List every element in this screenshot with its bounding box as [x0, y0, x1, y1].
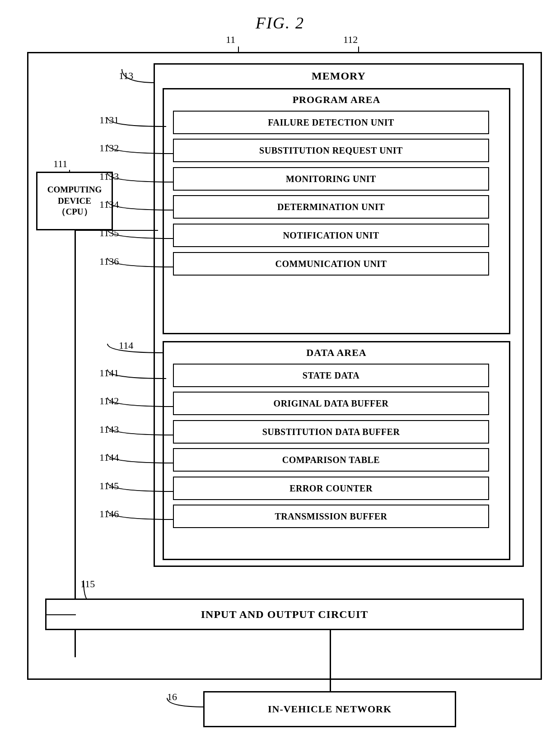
error-counter: ERROR COUNTER	[173, 477, 489, 500]
substitution-request-unit: SUBSTITUTION REQUEST UNIT	[173, 139, 489, 162]
page: { "title": "FIG. 2", "labels": { "11": "…	[0, 0, 560, 753]
line-1144-svg	[103, 452, 177, 465]
notification-unit: NOTIFICATION UNIT	[173, 224, 489, 247]
label-112: 112	[343, 34, 358, 46]
line-113-svg	[117, 67, 158, 85]
label-11: 11	[226, 34, 235, 46]
line-cpu-io-bottom	[45, 614, 76, 615]
failure-detection-unit: FAILURE DETECTION UNIT	[173, 111, 489, 134]
line-1145-svg	[103, 480, 177, 494]
substitution-data-buffer: SUBSTITUTION DATA BUFFER	[173, 420, 489, 444]
line-1134-svg	[103, 199, 177, 212]
line-io-to-network	[330, 630, 331, 691]
computing-device-label: COMPUTINGDEVICE（CPU）	[47, 184, 102, 218]
line-1141-svg	[103, 367, 168, 381]
monitoring-unit: MONITORING UNIT	[173, 167, 489, 191]
data-area-label: DATA AREA	[164, 342, 509, 359]
line-1143-svg	[103, 424, 177, 437]
line-1133-svg	[103, 171, 177, 184]
label-111: 111	[53, 158, 67, 170]
memory-label: MEMORY	[155, 65, 523, 82]
comparison-table: COMPARISON TABLE	[173, 448, 489, 472]
line-1146-svg	[103, 508, 177, 522]
line-114-svg	[103, 341, 168, 355]
figure-title: FIG. 2	[0, 0, 560, 33]
line-1132-svg	[103, 142, 177, 156]
original-data-buffer: ORIGINAL DATA BUFFER	[173, 392, 489, 415]
io-circuit-box: INPUT AND OUTPUT CIRCUIT	[45, 599, 524, 630]
communication-unit: COMMUNICATION UNIT	[173, 252, 489, 276]
line-1131-svg	[103, 115, 168, 129]
determination-unit: DETERMINATION UNIT	[173, 195, 489, 219]
line-16-svg	[163, 691, 208, 709]
state-data: STATE DATA	[173, 364, 489, 387]
transmission-buffer: TRANSMISSION BUFFER	[173, 505, 489, 528]
program-area-label: PROGRAM AREA	[164, 89, 509, 106]
in-vehicle-network-box: IN-VEHICLE NETWORK	[203, 691, 456, 727]
in-vehicle-network-label: IN-VEHICLE NETWORK	[268, 703, 392, 715]
line-1135-svg	[103, 227, 177, 241]
line-cpu-to-io-horizontal	[75, 230, 158, 231]
io-circuit-label: INPUT AND OUTPUT CIRCUIT	[201, 608, 369, 621]
line-1142-svg	[103, 395, 177, 409]
line-1136-svg	[103, 256, 177, 269]
